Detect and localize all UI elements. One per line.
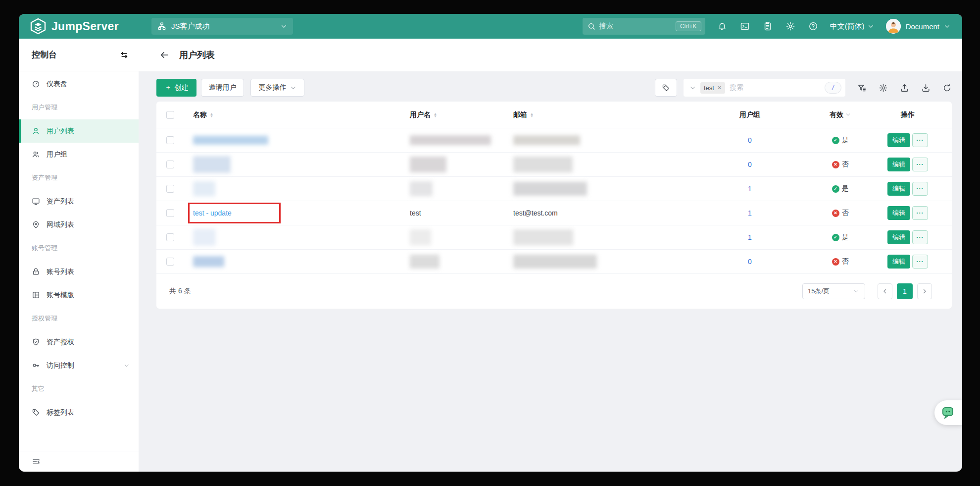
tag-filter-button[interactable] [655,79,677,97]
edit-button[interactable]: 编辑 [887,133,910,147]
sidebar-item-account-template[interactable]: 账号模版 [19,283,139,307]
sort-icon[interactable]: ▲▼ [210,112,213,117]
chevron-down-icon [281,23,287,30]
edit-button[interactable]: 编辑 [887,206,910,220]
row-checkbox[interactable] [156,136,183,144]
table-settings-icon[interactable] [879,83,888,93]
app-window: JumpServer JS客户成功 搜索 Ctrl+K 中文(简体) Docum… [19,14,962,472]
shortcut-badge: Ctrl+K [676,21,701,31]
username-cell [401,229,507,245]
row-more-actions-button[interactable]: ··· [912,206,928,220]
row-more-actions-button[interactable]: ··· [912,255,928,269]
sidebar-item-tag-list[interactable]: 标签列表 [19,401,139,424]
sidebar-item-access-control[interactable]: 访问控制 [19,354,139,377]
row-checkbox[interactable] [156,258,183,266]
table-row: 1✓是编辑··· [156,225,952,250]
total-count: 共 6 条 [169,287,191,296]
row-more-actions-button[interactable]: ··· [912,182,928,196]
collapse-sidebar-icon[interactable] [32,457,41,466]
edit-button[interactable]: 编辑 [887,158,910,171]
back-arrow-icon[interactable] [159,50,169,60]
sidebar-item-dashboard[interactable]: 仪表盘 [19,72,139,96]
download-icon[interactable] [921,83,931,93]
invalid-cross-icon: ✕ [832,210,839,217]
view-switch-icon[interactable] [120,51,129,59]
sidebar-item-label: 资产授权 [47,338,74,347]
help-icon[interactable] [808,21,818,31]
sort-icon[interactable]: ▲▼ [530,112,534,117]
filter-chip: test ✕ [700,82,725,94]
chevron-down-icon[interactable] [689,85,696,91]
invalid-cross-icon: ✕ [832,258,839,266]
org-selector[interactable]: JS客户成功 [151,18,293,35]
row-more-actions-button[interactable]: ··· [912,230,928,244]
sidebar-item-asset-list[interactable]: 资产列表 [19,190,139,213]
chevron-down-icon[interactable] [845,112,851,117]
edit-button[interactable]: 编辑 [887,182,910,196]
table-search-input[interactable]: test ✕ 搜索 / [684,79,845,97]
sidebar-item-domain-list[interactable]: 网域列表 [19,213,139,236]
create-button[interactable]: ＋创建 [156,79,196,97]
edit-button[interactable]: 编辑 [887,255,910,269]
prev-page-button[interactable] [878,283,892,299]
lock-icon [32,268,40,276]
user-groups-count[interactable]: 0 [748,136,752,144]
support-chat-button[interactable] [934,400,962,425]
table-row: 1✓是编辑··· [156,177,952,201]
invalid-cross-icon: ✕ [832,161,839,168]
user-groups-count[interactable]: 0 [748,258,752,266]
sidebar-item-asset-permission[interactable]: 资产授权 [19,330,139,354]
current-user[interactable]: Document [906,22,939,31]
row-more-actions-button[interactable]: ··· [912,158,928,171]
row-checkbox[interactable] [156,233,183,241]
brand[interactable]: JumpServer [30,18,151,35]
sidebar-header: 控制台 [19,39,139,71]
avatar[interactable] [886,19,901,34]
remove-chip-icon[interactable]: ✕ [717,85,722,91]
user-groups-count[interactable]: 1 [748,233,752,241]
bell-icon[interactable] [717,21,727,31]
column-header: 操作 [864,110,952,119]
row-checkbox[interactable] [156,161,183,168]
next-page-button[interactable] [917,283,932,299]
select-all-checkbox[interactable] [156,111,183,119]
org-label: JS客户成功 [171,22,276,31]
sidebar: 控制台 仪表盘用户管理用户列表用户组资产管理资产列表网域列表账号管理账号列表账号… [19,39,139,472]
user-groups-count[interactable]: 1 [748,209,752,217]
main-panel: 用户列表 ＋创建 邀请用户 更多操作 [139,39,962,472]
row-checkbox[interactable] [156,209,183,217]
chevron-down-icon[interactable] [944,23,950,30]
refresh-icon[interactable] [942,83,952,93]
column-header: 用户名▲▼ [401,110,507,119]
table-action-icons [845,83,952,93]
edit-button[interactable]: 编辑 [887,230,910,244]
settings-icon[interactable] [785,21,795,31]
column-header: 名称▲▼ [183,110,401,119]
email-cell [507,229,683,245]
terminal-icon[interactable] [740,21,750,31]
row-checkbox[interactable] [156,185,183,193]
upload-icon[interactable] [900,83,909,93]
sidebar-item-user-group[interactable]: 用户组 [19,143,139,166]
tag-icon [32,408,40,417]
user-name-link[interactable]: test - update [193,209,232,217]
page-size-select[interactable]: 15条/页 [802,283,865,299]
sidebar-item-account-list[interactable]: 账号列表 [19,260,139,283]
valid-cell: ✓是 [817,136,864,145]
language-label: 中文(简体) [830,22,865,31]
current-page-button[interactable]: 1 [897,283,913,299]
email-cell [507,157,683,172]
row-more-actions-button[interactable]: ··· [912,133,928,147]
sidebar-title: 控制台 [32,49,120,60]
user-groups-count[interactable]: 1 [748,185,752,193]
filter-icon[interactable] [857,83,867,93]
sort-icon[interactable]: ▲▼ [434,112,437,117]
sidebar-item-user-list[interactable]: 用户列表 [19,119,139,143]
language-selector[interactable]: 中文(简体) [830,22,874,31]
global-search-input[interactable]: 搜索 Ctrl+K [583,18,705,35]
clipboard-icon[interactable] [763,21,773,31]
more-actions-button[interactable]: 更多操作 [250,79,304,97]
invite-user-button[interactable]: 邀请用户 [201,79,244,97]
valid-check-icon: ✓ [832,185,839,193]
user-groups-count[interactable]: 0 [748,161,752,168]
